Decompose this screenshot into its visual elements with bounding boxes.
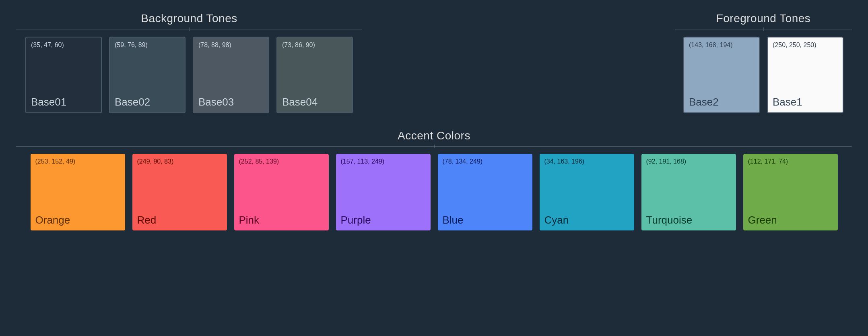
swatch-base01: (35, 47, 60) Base01 bbox=[25, 37, 102, 113]
swatch-base1-rgb: (250, 250, 250) bbox=[773, 41, 838, 49]
swatch-base03: (78, 88, 98) Base03 bbox=[193, 37, 269, 113]
accent-colors-title: Accent Colors bbox=[398, 129, 470, 142]
swatch-blue-rgb: (78, 134, 249) bbox=[443, 158, 528, 165]
swatch-base1: (250, 250, 250) Base1 bbox=[767, 37, 843, 113]
swatch-red-name: Red bbox=[137, 214, 222, 226]
swatch-cyan: (34, 163, 196) Cyan bbox=[540, 154, 634, 230]
foreground-tones-group: Foreground Tones (143, 168, 194) Base2 (… bbox=[675, 12, 852, 113]
swatch-turquoise-rgb: (92, 191, 168) bbox=[646, 158, 731, 165]
foreground-tones-title: Foreground Tones bbox=[716, 12, 811, 25]
swatch-base2-name: Base2 bbox=[689, 96, 754, 108]
swatch-base03-rgb: (78, 88, 98) bbox=[198, 41, 264, 49]
swatch-base02: (59, 76, 89) Base02 bbox=[109, 37, 186, 113]
swatch-blue: (78, 134, 249) Blue bbox=[438, 154, 532, 230]
swatch-base02-name: Base02 bbox=[115, 96, 180, 108]
swatch-pink-rgb: (252, 85, 139) bbox=[239, 158, 324, 165]
background-divider bbox=[16, 29, 362, 29]
swatch-base01-rgb: (35, 47, 60) bbox=[31, 41, 96, 49]
swatch-base1-name: Base1 bbox=[773, 96, 838, 108]
swatch-purple-rgb: (157, 113, 249) bbox=[341, 158, 426, 165]
accent-divider-container bbox=[16, 146, 852, 147]
background-swatches: (35, 47, 60) Base01 (59, 76, 89) Base02 … bbox=[25, 37, 353, 113]
accent-colors-section: Accent Colors (253, 152, 49) Orange (249… bbox=[16, 129, 852, 230]
swatch-orange: (253, 152, 49) Orange bbox=[31, 154, 125, 230]
swatch-pink: (252, 85, 139) Pink bbox=[234, 154, 329, 230]
accent-swatches: (253, 152, 49) Orange (249, 90, 83) Red … bbox=[31, 154, 838, 230]
swatch-pink-name: Pink bbox=[239, 214, 324, 226]
accent-divider bbox=[16, 146, 852, 147]
foreground-divider-container bbox=[675, 29, 852, 29]
swatch-red-rgb: (249, 90, 83) bbox=[137, 158, 222, 165]
swatch-blue-name: Blue bbox=[443, 214, 528, 226]
swatch-base04: (73, 86, 90) Base04 bbox=[276, 37, 353, 113]
swatch-green: (112, 171, 74) Green bbox=[743, 154, 838, 230]
swatch-red: (249, 90, 83) Red bbox=[132, 154, 227, 230]
swatch-base01-name: Base01 bbox=[31, 96, 96, 108]
swatch-turquoise-name: Turquoise bbox=[646, 214, 731, 226]
swatch-orange-name: Orange bbox=[35, 214, 120, 226]
foreground-divider bbox=[675, 29, 852, 29]
background-tones-title: Background Tones bbox=[141, 12, 237, 25]
swatch-green-rgb: (112, 171, 74) bbox=[748, 158, 833, 165]
background-divider-container bbox=[16, 29, 362, 29]
swatch-cyan-name: Cyan bbox=[544, 214, 629, 226]
swatch-turquoise: (92, 191, 168) Turquoise bbox=[641, 154, 736, 230]
swatch-base04-name: Base04 bbox=[282, 96, 347, 108]
swatch-base2-rgb: (143, 168, 194) bbox=[689, 41, 754, 49]
swatch-orange-rgb: (253, 152, 49) bbox=[35, 158, 120, 165]
foreground-swatches: (143, 168, 194) Base2 (250, 250, 250) Ba… bbox=[683, 37, 843, 113]
background-tones-group: Background Tones (35, 47, 60) Base01 (59… bbox=[16, 12, 362, 113]
swatch-cyan-rgb: (34, 163, 196) bbox=[544, 158, 629, 165]
swatch-purple-name: Purple bbox=[341, 214, 426, 226]
swatch-base04-rgb: (73, 86, 90) bbox=[282, 41, 347, 49]
swatch-base02-rgb: (59, 76, 89) bbox=[115, 41, 180, 49]
swatch-base2: (143, 168, 194) Base2 bbox=[683, 37, 760, 113]
swatch-green-name: Green bbox=[748, 214, 833, 226]
swatch-purple: (157, 113, 249) Purple bbox=[336, 154, 431, 230]
swatch-base03-name: Base03 bbox=[198, 96, 264, 108]
